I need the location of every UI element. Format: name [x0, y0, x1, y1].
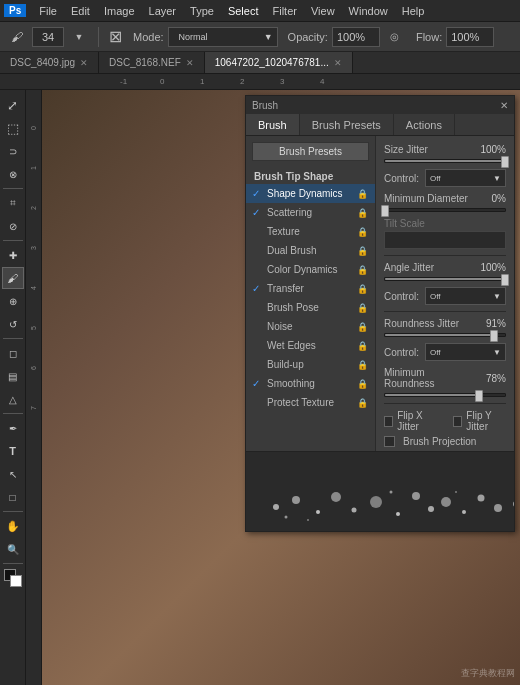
tool-sep-1	[3, 188, 23, 189]
dodge-btn[interactable]: △	[2, 388, 24, 410]
brush-picker-icon[interactable]: ▼	[68, 26, 90, 48]
list-item-dual-brush[interactable]: ✓ Dual Brush 🔒	[246, 241, 375, 260]
list-item-color-dynamics[interactable]: ✓ Color Dynamics 🔒	[246, 260, 375, 279]
brush-tool-icon[interactable]: 🖌	[6, 26, 28, 48]
mode-dropdown[interactable]: Normal ▼	[168, 27, 278, 47]
hand-btn[interactable]: ✋	[2, 515, 24, 537]
ruler-v-7: 7	[30, 370, 37, 410]
type-btn[interactable]: T	[2, 440, 24, 462]
menu-window[interactable]: Window	[342, 3, 395, 19]
min-roundness-slider[interactable]	[384, 393, 506, 397]
list-item-noise[interactable]: ✓ Noise 🔒	[246, 317, 375, 336]
close-tab-0[interactable]: ✕	[80, 58, 88, 68]
menu-type[interactable]: Type	[183, 3, 221, 19]
control1-label: Control:	[384, 173, 419, 184]
flip-x-checkbox[interactable]	[384, 416, 393, 427]
gradient-btn[interactable]: ▤	[2, 365, 24, 387]
ruler-h-marks: -1 0 1 2 3 4	[118, 77, 358, 86]
clone-btn[interactable]: ⊕	[2, 290, 24, 312]
menu-layer[interactable]: Layer	[142, 3, 184, 19]
menu-filter[interactable]: Filter	[265, 3, 303, 19]
list-item-wet-edges[interactable]: ✓ Wet Edges 🔒	[246, 336, 375, 355]
list-item-scattering[interactable]: ✓ Scattering 🔒	[246, 203, 375, 222]
panel-close-btn[interactable]: ✕	[500, 100, 508, 111]
lock-noise: 🔒	[357, 322, 369, 332]
path-select-btn[interactable]: ↖	[2, 463, 24, 485]
check-brush-pose: ✓	[252, 302, 264, 313]
canvas[interactable]: Brush ✕ Brush Brush Presets Actions Brus…	[42, 90, 520, 685]
tab-dsc8409[interactable]: DSC_8409.jpg ✕	[0, 52, 99, 73]
brush-size-input[interactable]: 34	[32, 27, 64, 47]
roundness-jitter-slider[interactable]	[384, 333, 506, 337]
panel-title: Brush	[252, 100, 278, 111]
panel-tab-brush[interactable]: Brush	[246, 114, 300, 135]
size-jitter-thumb[interactable]	[501, 156, 509, 168]
eraser-btn[interactable]: ◻	[2, 342, 24, 364]
tool-sep-4	[3, 413, 23, 414]
options-toolbar: 🖌 34 ▼ ⊠ Mode: Normal ▼ Opacity: 100% ◎ …	[0, 22, 520, 52]
list-item-transfer[interactable]: ✓ Transfer 🔒	[246, 279, 375, 298]
ruler-h-mark-2: 1	[198, 77, 238, 86]
tab-dsc8168[interactable]: DSC_8168.NEF ✕	[99, 52, 205, 73]
lasso-tool-btn[interactable]: ⊃	[2, 140, 24, 162]
crop-tool-btn[interactable]: ⌗	[2, 192, 24, 214]
quick-select-btn[interactable]: ⊗	[2, 163, 24, 185]
list-item-build-up[interactable]: ✓ Build-up 🔒	[246, 355, 375, 374]
close-tab-2[interactable]: ✕	[334, 58, 342, 68]
list-item-smoothing[interactable]: ✓ Smoothing 🔒	[246, 374, 375, 393]
dot-17	[455, 491, 457, 493]
brush-preview	[246, 451, 514, 531]
list-item-brush-pose[interactable]: ✓ Brush Pose 🔒	[246, 298, 375, 317]
panel-tab-actions[interactable]: Actions	[394, 114, 455, 135]
label-wet-edges: Wet Edges	[267, 340, 316, 351]
list-item-protect-texture[interactable]: ✓ Protect Texture 🔒	[246, 393, 375, 412]
history-btn[interactable]: ↺	[2, 313, 24, 335]
brush-tip-header: Brush Tip Shape	[246, 167, 375, 184]
roundness-jitter-thumb[interactable]	[490, 330, 498, 342]
angle-jitter-thumb[interactable]	[501, 274, 509, 286]
pen-btn[interactable]: ✒	[2, 417, 24, 439]
label-noise: Noise	[267, 321, 293, 332]
panel-tab-presets[interactable]: Brush Presets	[300, 114, 394, 135]
check-dual-brush: ✓	[252, 245, 264, 256]
control1-arrow: ▼	[493, 174, 501, 183]
fg-bg-colors[interactable]	[2, 567, 24, 589]
tab-active[interactable]: 10647202_1020476781... ✕	[205, 52, 353, 73]
angle-jitter-slider[interactable]	[384, 277, 506, 281]
menu-file[interactable]: File	[32, 3, 64, 19]
menu-select[interactable]: Select	[221, 3, 266, 19]
lock-dual-brush: 🔒	[357, 246, 369, 256]
menu-edit[interactable]: Edit	[64, 3, 97, 19]
min-roundness-value: 78%	[471, 373, 506, 384]
control3-dropdown[interactable]: Off ▼	[425, 343, 506, 361]
brush-tool-btn[interactable]: 🖌	[2, 267, 24, 289]
min-diameter-thumb[interactable]	[381, 205, 389, 217]
list-item-shape-dynamics[interactable]: ✓ Shape Dynamics 🔒	[246, 184, 375, 203]
flip-y-checkbox[interactable]	[453, 416, 462, 427]
label-build-up: Build-up	[267, 359, 304, 370]
marquee-tool-btn[interactable]: ⬚	[2, 117, 24, 139]
close-tab-1[interactable]: ✕	[186, 58, 194, 68]
brush-presets-button[interactable]: Brush Presets	[252, 142, 369, 161]
min-roundness-thumb[interactable]	[475, 390, 483, 402]
control2-dropdown[interactable]: Off ▼	[425, 287, 506, 305]
size-jitter-slider[interactable]	[384, 159, 506, 163]
shape-btn[interactable]: □	[2, 486, 24, 508]
panel-body: Brush Presets Brush Tip Shape ✓ Shape Dy…	[246, 136, 514, 451]
menu-image[interactable]: Image	[97, 3, 142, 19]
flow-input[interactable]: 100%	[446, 27, 494, 47]
opacity-label: Opacity:	[288, 31, 328, 43]
airbrush-icon[interactable]: ◎	[384, 26, 406, 48]
healing-btn[interactable]: ✚	[2, 244, 24, 266]
zoom-btn[interactable]: 🔍	[2, 538, 24, 560]
menu-view[interactable]: View	[304, 3, 342, 19]
opacity-input[interactable]: 100%	[332, 27, 380, 47]
main-area: ⤢ ⬚ ⊃ ⊗ ⌗ ⊘ ✚ 🖌 ⊕ ↺ ◻ ▤ △ ✒ T ↖ □ ✋ 🔍 0 …	[0, 90, 520, 685]
list-item-texture[interactable]: ✓ Texture 🔒	[246, 222, 375, 241]
menu-help[interactable]: Help	[395, 3, 432, 19]
min-diameter-slider[interactable]	[384, 208, 506, 212]
brush-projection-checkbox[interactable]	[384, 436, 395, 447]
eyedropper-btn[interactable]: ⊘	[2, 215, 24, 237]
move-tool-btn[interactable]: ⤢	[2, 94, 24, 116]
control1-dropdown[interactable]: Off ▼	[425, 169, 506, 187]
